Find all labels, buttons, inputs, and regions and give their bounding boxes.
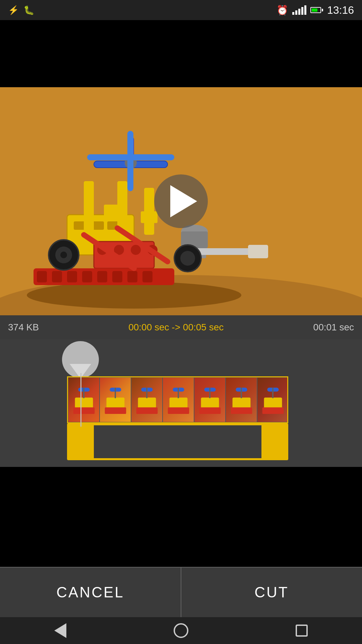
svg-rect-17 bbox=[97, 271, 107, 282]
back-icon bbox=[54, 623, 66, 638]
status-time: 13:16 bbox=[327, 4, 354, 16]
thumb-4 bbox=[163, 377, 194, 422]
svg-rect-28 bbox=[127, 131, 133, 191]
end-time-label: 00:01 sec bbox=[313, 322, 354, 333]
nav-home-button[interactable] bbox=[168, 621, 194, 641]
trim-middle bbox=[94, 423, 261, 460]
thumb-6 bbox=[226, 377, 257, 422]
svg-rect-20 bbox=[142, 271, 153, 282]
status-icons-left: ⚡ 🐛 bbox=[8, 5, 34, 15]
thumb-7 bbox=[257, 377, 288, 422]
svg-rect-39 bbox=[104, 205, 124, 218]
thumb-2 bbox=[100, 377, 131, 422]
svg-rect-13 bbox=[37, 271, 47, 282]
status-icons-right: ⏰ 13:16 bbox=[277, 4, 354, 16]
recent-icon bbox=[296, 625, 308, 637]
svg-rect-10 bbox=[131, 245, 141, 255]
nav-recent-button[interactable] bbox=[288, 621, 315, 641]
play-button[interactable] bbox=[154, 174, 208, 228]
video-frame bbox=[0, 87, 362, 315]
svg-rect-40 bbox=[141, 211, 158, 223]
scrubber-handle[interactable] bbox=[62, 341, 99, 378]
trim-left-handle[interactable] bbox=[67, 423, 94, 460]
clock-icon: ⏰ bbox=[277, 5, 288, 16]
trim-right-handle[interactable] bbox=[261, 423, 288, 460]
svg-rect-60 bbox=[199, 408, 221, 414]
svg-rect-14 bbox=[52, 271, 62, 282]
home-icon bbox=[174, 623, 188, 638]
svg-rect-15 bbox=[67, 271, 77, 282]
cancel-button[interactable]: CANCEL bbox=[0, 568, 181, 617]
battery-icon bbox=[310, 7, 323, 13]
usb-icon: ⚡ bbox=[8, 5, 19, 15]
cut-label: CUT bbox=[254, 584, 289, 601]
time-range-label: 00:00 sec -> 00:05 sec bbox=[128, 322, 224, 333]
debug-icon: 🐛 bbox=[23, 5, 34, 15]
svg-rect-64 bbox=[231, 408, 252, 414]
nav-back-button[interactable] bbox=[47, 621, 74, 641]
thumb-5 bbox=[194, 377, 226, 422]
video-wrapper bbox=[0, 20, 362, 315]
scrubber-row bbox=[0, 339, 362, 376]
signal-icon bbox=[292, 5, 306, 15]
thumb-3 bbox=[131, 377, 163, 422]
svg-point-2 bbox=[27, 282, 241, 309]
svg-rect-21 bbox=[84, 181, 94, 241]
svg-rect-56 bbox=[168, 408, 189, 414]
svg-rect-52 bbox=[136, 408, 158, 414]
trim-container bbox=[67, 423, 288, 460]
svg-rect-18 bbox=[112, 271, 122, 282]
timeline-info: 374 KB 00:00 sec -> 00:05 sec 00:01 sec bbox=[0, 315, 362, 339]
play-triangle-icon bbox=[170, 185, 197, 217]
scrubber-line bbox=[80, 373, 81, 427]
nav-bar bbox=[0, 617, 362, 644]
svg-point-36 bbox=[60, 252, 67, 258]
svg-rect-16 bbox=[82, 271, 92, 282]
svg-rect-33 bbox=[248, 245, 268, 258]
thumbnail-trim-container bbox=[34, 376, 288, 460]
svg-rect-48 bbox=[105, 408, 126, 414]
file-size-label: 374 KB bbox=[8, 322, 39, 333]
svg-rect-19 bbox=[127, 271, 137, 282]
svg-rect-68 bbox=[262, 408, 284, 414]
status-bar: ⚡ 🐛 ⏰ 13:16 bbox=[0, 0, 362, 20]
cancel-label: CANCEL bbox=[56, 584, 124, 601]
cut-button[interactable]: CUT bbox=[181, 568, 362, 617]
thumbnail-strip bbox=[67, 376, 288, 423]
svg-point-38 bbox=[180, 251, 195, 266]
svg-rect-44 bbox=[73, 408, 95, 414]
thumb-1 bbox=[68, 377, 100, 422]
bottom-buttons: CANCEL CUT bbox=[0, 567, 362, 617]
video-top-black bbox=[0, 20, 362, 87]
timeline-section: 374 KB 00:00 sec -> 00:05 sec 00:01 sec bbox=[0, 315, 362, 467]
